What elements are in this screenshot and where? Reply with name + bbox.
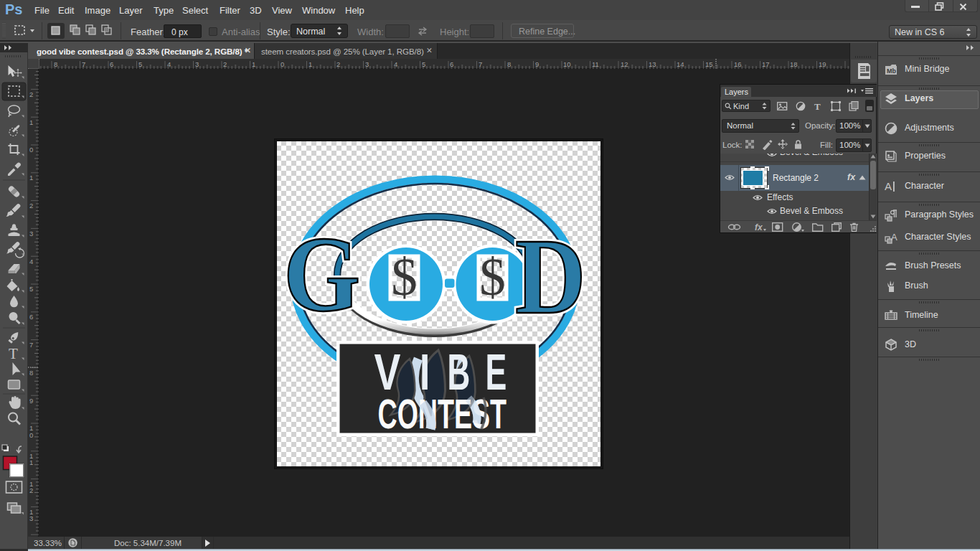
svg-text:6: 6	[450, 60, 453, 68]
svg-text:$: $	[479, 248, 506, 306]
svg-text:17: 17	[762, 60, 770, 68]
svg-text:fx: fx	[755, 222, 763, 232]
svg-text:0: 0	[281, 60, 284, 68]
svg-text:A: A	[885, 180, 892, 192]
svg-text:12: 12	[621, 60, 628, 68]
svg-text:7: 7	[29, 341, 33, 349]
svg-text:T: T	[9, 345, 18, 362]
svg-text:8: 8	[54, 60, 57, 68]
svg-text:16: 16	[734, 60, 742, 68]
svg-text:5: 5	[422, 60, 425, 68]
svg-text:G: G	[283, 215, 360, 334]
svg-text:3: 3	[29, 230, 33, 237]
svg-text:3: 3	[365, 60, 369, 68]
svg-text:0: 0	[29, 146, 33, 154]
svg-text:CONTEST: CONTEST	[378, 390, 507, 436]
svg-text:9: 9	[535, 60, 539, 68]
svg-text:11: 11	[592, 60, 599, 68]
svg-text:14: 14	[677, 60, 684, 68]
svg-text:2: 2	[29, 90, 33, 98]
svg-text:$: $	[391, 248, 418, 306]
svg-text:1: 1	[29, 174, 33, 182]
svg-text:2: 2	[223, 60, 227, 68]
svg-text:4: 4	[29, 258, 33, 265]
svg-text:5: 5	[138, 60, 142, 68]
svg-text:7: 7	[479, 60, 482, 68]
svg-text:18: 18	[790, 60, 798, 68]
svg-text:19: 19	[819, 60, 826, 68]
svg-text:Mb: Mb	[887, 67, 896, 75]
svg-text:2: 2	[29, 486, 33, 494]
svg-text:0: 0	[29, 431, 33, 439]
svg-text:1: 1	[29, 458, 33, 466]
svg-text:T: T	[814, 101, 821, 111]
svg-text:6: 6	[29, 313, 33, 321]
svg-text:1: 1	[29, 118, 33, 126]
svg-text:7: 7	[82, 60, 85, 68]
svg-text:8: 8	[507, 60, 511, 68]
svg-text:9: 9	[29, 397, 33, 405]
svg-text:1: 1	[252, 60, 255, 68]
svg-text:4: 4	[167, 60, 171, 68]
svg-text:5: 5	[29, 285, 33, 293]
svg-text:10: 10	[563, 60, 571, 68]
svg-text:3: 3	[195, 60, 199, 68]
svg-text:A: A	[891, 232, 897, 242]
svg-text:D: D	[515, 217, 586, 336]
svg-text:13: 13	[649, 60, 656, 68]
svg-text:4: 4	[394, 60, 397, 68]
svg-text:2: 2	[29, 202, 33, 209]
svg-text:3: 3	[29, 514, 33, 522]
svg-text:6: 6	[110, 60, 113, 68]
svg-text:1: 1	[308, 60, 312, 68]
svg-text:8: 8	[29, 369, 33, 377]
svg-text:15: 15	[705, 60, 713, 68]
svg-text:2: 2	[336, 60, 340, 68]
